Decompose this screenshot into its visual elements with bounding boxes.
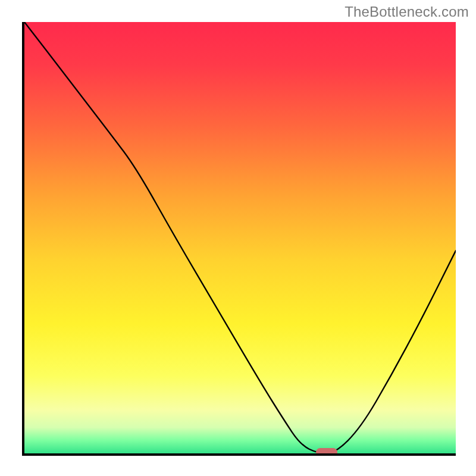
curve-svg: [24, 22, 456, 453]
watermark-text: TheBottleneck.com: [345, 4, 469, 20]
bottleneck-chart: TheBottleneck.com: [0, 0, 476, 476]
optimal-marker: [316, 448, 337, 456]
plot-area: [22, 22, 456, 456]
bottleneck-curve-path: [24, 22, 456, 453]
